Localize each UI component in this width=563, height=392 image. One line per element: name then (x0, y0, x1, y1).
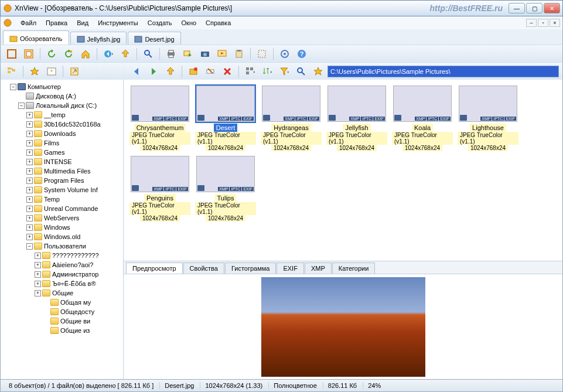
folder-tree[interactable]: −КомпьютерДисковод (A:)−Локальный диск (… (1, 80, 124, 379)
tree-button[interactable] (4, 64, 19, 79)
expand-icon[interactable]: + (26, 112, 33, 118)
expand-icon[interactable]: + (26, 131, 33, 137)
back-button[interactable] (129, 64, 144, 79)
thumb-lighthouse[interactable]: XMPIPTCEXIFLighthouseJPEG TrueColor (v1.… (458, 86, 518, 151)
thumb-hydrangeas[interactable]: XMPIPTCEXIFHydrangeasJPEG TrueColor (v1.… (261, 86, 322, 151)
tab-desertjpg[interactable]: Desert.jpg (128, 32, 180, 45)
help-button[interactable]: ? (294, 47, 309, 61)
convert-button[interactable] (180, 47, 196, 61)
expand-icon[interactable]: + (35, 271, 41, 278)
filter-dd-button[interactable] (277, 64, 292, 79)
tree-games[interactable]: +Games (26, 148, 122, 157)
menu-окно[interactable]: Окно (177, 18, 202, 28)
expand-icon[interactable]: + (26, 206, 33, 212)
menu-инструменты[interactable]: Инструменты (93, 18, 143, 28)
info-tab-5[interactable]: Категории (332, 263, 376, 274)
tree-30b16dc532c0168a[interactable]: +30b16dc532c0168a (26, 120, 122, 129)
tree-usr[interactable]: +Aàieïeno?aoi? (35, 260, 122, 270)
tree-usr[interactable]: +????????????? (35, 251, 122, 260)
expand-icon[interactable]: + (35, 290, 41, 296)
tree-films[interactable]: +Films (26, 138, 122, 148)
thumb-penguins[interactable]: XMPIPTCEXIFPenguinsJPEG TrueColor (v1.1)… (129, 156, 190, 221)
thumb-jellyfish[interactable]: XMPIPTCEXIFJellyfishJPEG TrueColor (v1.1… (326, 86, 387, 151)
fullscreen-button[interactable] (4, 47, 19, 61)
expand-icon[interactable]: + (26, 215, 33, 221)
find-button[interactable] (294, 64, 309, 79)
expand-icon[interactable]: + (35, 281, 41, 287)
mdi-restore-button[interactable]: ▫ (538, 19, 548, 27)
print-button[interactable] (163, 47, 179, 61)
camera-button[interactable] (197, 47, 213, 61)
expand-icon[interactable]: − (18, 103, 25, 109)
menu-правка[interactable]: Правка (41, 18, 72, 28)
info-tab-2[interactable]: Гистограмма (225, 263, 277, 274)
tree-unrealcommande[interactable]: +Unreal Commande (26, 204, 122, 213)
slideshow-button[interactable] (214, 47, 230, 61)
expand-icon[interactable]: + (26, 187, 33, 193)
delete-button[interactable] (220, 64, 235, 79)
expand-icon[interactable]: + (26, 178, 33, 184)
back-dd-button[interactable] (101, 47, 116, 61)
tree-__temp[interactable]: +__temp (26, 110, 122, 120)
tree-systemvolumeinf[interactable]: +System Volume Inf (26, 185, 122, 195)
maximize-button[interactable]: ▢ (526, 3, 542, 13)
tree-programfiles[interactable]: +Program Files (26, 176, 122, 185)
info-tab-1[interactable]: Свойства (183, 263, 224, 274)
thumb-tulips[interactable]: XMPIPTCEXIFTulipsJPEG TrueColor (v1.1)10… (195, 156, 256, 221)
expand-icon[interactable]: + (26, 224, 33, 231)
thumb-chrysanthemum[interactable]: XMPIPTCEXIFChrysanthemumJPEG TrueColor (… (129, 86, 190, 151)
clipboard-button[interactable] (231, 47, 247, 61)
up-button[interactable] (163, 64, 178, 79)
home-button[interactable] (78, 47, 93, 61)
tree-computer[interactable]: −Компьютер (10, 82, 122, 91)
expand-icon[interactable]: + (26, 121, 33, 128)
shortcut-button[interactable] (67, 64, 82, 79)
expand-icon[interactable]: + (26, 149, 33, 156)
menu-вид[interactable]: Вид (72, 18, 93, 28)
capture-button[interactable] (254, 47, 269, 61)
tree-obsh[interactable]: Общая му (43, 298, 122, 307)
star-button[interactable] (310, 64, 326, 79)
tree-obsh[interactable]: Общедосту (43, 307, 122, 316)
expand-icon[interactable]: + (35, 262, 41, 268)
info-tab-0[interactable]: Предпросмотр (126, 263, 183, 274)
sort-dd-button[interactable] (260, 64, 275, 79)
thumb-koala[interactable]: XMPIPTCEXIFKoalaJPEG TrueColor (v1.1)102… (392, 86, 453, 151)
tree-drive-c[interactable]: −Локальный диск (C:) (18, 101, 122, 110)
view-dd-button[interactable] (243, 64, 258, 79)
refresh-button[interactable] (44, 47, 59, 61)
mdi-close-button[interactable]: × (550, 19, 560, 27)
tree-multimediafiles[interactable]: +Multimedia Files (26, 166, 122, 176)
tree-downloads[interactable]: +Downloads (26, 129, 122, 138)
tree-usr[interactable]: +Ъ¤÷Ё-Ёõба в® (35, 279, 122, 288)
forward-button[interactable] (146, 64, 161, 79)
settings-button[interactable] (277, 47, 292, 61)
tree-windows[interactable]: +Windows (26, 223, 122, 232)
fit-button[interactable] (21, 47, 36, 61)
up-button[interactable] (118, 47, 133, 61)
search-button[interactable] (141, 47, 156, 61)
expand-icon[interactable]: + (26, 140, 33, 146)
tree-obsh[interactable]: Общие ви (43, 316, 122, 326)
expand-icon[interactable]: + (26, 196, 33, 203)
expand-icon[interactable]: + (26, 234, 33, 240)
info-tab-3[interactable]: EXIF (277, 263, 303, 274)
tree-drive-a[interactable]: Дисковод (A:) (18, 91, 122, 101)
info-tab-4[interactable]: XMP (305, 263, 332, 274)
address-input[interactable] (327, 66, 559, 77)
tree-temp[interactable]: +Temp (26, 195, 122, 204)
mdi-minimize-button[interactable]: – (526, 19, 537, 27)
tree-webservers[interactable]: +WebServers (26, 213, 122, 223)
expand-icon[interactable]: + (26, 159, 33, 165)
close-button[interactable]: ✕ (544, 3, 560, 13)
fav-button[interactable] (27, 64, 42, 79)
menu-файл[interactable]: Файл (16, 18, 41, 28)
fav-list-button[interactable] (44, 64, 59, 79)
tree-windowsold[interactable]: +Windows.old (26, 232, 122, 241)
tree-users[interactable]: −Пользователи (26, 241, 122, 251)
expand-icon[interactable]: + (35, 253, 41, 259)
thumb-desert[interactable]: XMPIPTCEXIFDesertJPEG TrueColor (v1.1)10… (195, 86, 256, 151)
new-button[interactable] (186, 64, 201, 79)
menu-справка[interactable]: Справка (201, 18, 236, 28)
tree-obsh[interactable]: Общие из (43, 326, 122, 335)
